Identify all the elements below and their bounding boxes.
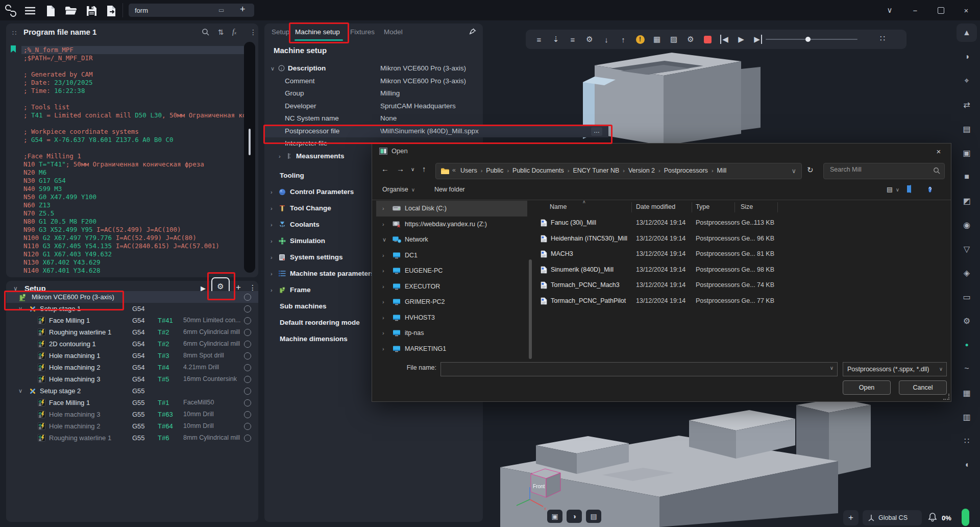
chevron-right-icon[interactable]: › [382, 310, 384, 326]
file-row[interactable]: Tormach_PCNC_Mach313/12/2024 19:14Postpr… [534, 277, 947, 293]
code-line[interactable]: N10 T="T41"; 50мм Ограниченная коническа… [21, 160, 244, 169]
status-circle[interactable] [244, 305, 251, 313]
bookmark-icon[interactable] [10, 45, 16, 53]
code-lines-icon[interactable]: ≡ [565, 30, 581, 49]
code-line[interactable]: N130 X67.402 Y43.629 [21, 258, 244, 267]
status-dot-icon[interactable]: ● [957, 336, 977, 354]
new-folder-button[interactable]: New folder [434, 186, 465, 193]
search-input[interactable] [829, 165, 928, 174]
chevron-right-icon[interactable]: › [382, 294, 384, 310]
chat-icon[interactable]: ◖ [957, 456, 977, 474]
app-logo[interactable] [4, 4, 17, 17]
setup-row[interactable]: GFace Milling 1G55T#1FaceMill50 [6, 397, 258, 409]
code-line[interactable]: ; Generated by CAM [21, 70, 244, 79]
code-line[interactable]: N120 G1 X67.403 Y49.632 [21, 250, 244, 258]
property-row-nc-system-name[interactable]: NC System nameNone [264, 112, 483, 125]
operator-icon[interactable]: ◉ [957, 215, 977, 234]
breadcrumb-item[interactable]: Postprocessors [664, 167, 708, 174]
filter-icon[interactable]: ▽ [957, 239, 977, 258]
tree-item-marketing1[interactable]: ›MARKETING1 [376, 341, 527, 357]
code-line[interactable]: ;$PATH=/_N_MPF_DIR [21, 54, 244, 62]
code-line[interactable]: ; T41 = Limited conical mill D50 L30, 50… [21, 111, 244, 119]
setup-row[interactable]: G2D contouring 1G54T#26mm Cylindrical mi… [6, 338, 258, 350]
chevron-right-icon[interactable]: › [382, 263, 384, 279]
breadcrumb-item[interactable]: Public Documents [512, 167, 564, 174]
view-mode-icon[interactable]: ▤∨ [887, 185, 899, 193]
address-bar[interactable]: « Users›Public›Public Documents›ENCY Tun… [435, 163, 802, 179]
code-line[interactable]: N30 G17 G54 [21, 177, 244, 185]
browse-file-button[interactable]: … [591, 127, 602, 136]
chevron-down-icon[interactable]: ∨ [271, 62, 275, 75]
status-circle[interactable] [244, 399, 251, 406]
view-shaded-icon[interactable]: ◑ [567, 510, 582, 523]
recent-locations-icon[interactable]: ∨ [411, 166, 414, 172]
address-dropdown-icon[interactable]: ∨ [792, 167, 796, 175]
column-type[interactable]: Type [696, 203, 709, 210]
layout-grid-icon[interactable]: ∷ [880, 34, 885, 43]
file-row[interactable]: Tormach_PCNC_PathPilot13/12/2024 19:14Po… [534, 293, 947, 309]
code-line[interactable]: N20 M6 [21, 169, 244, 177]
pin-icon[interactable] [469, 28, 477, 36]
add-tab-button[interactable]: + [240, 4, 246, 15]
warnings-icon[interactable]: ! [632, 30, 648, 49]
toolpath-text-icon[interactable]: ≡ [531, 30, 547, 49]
toolpath-list-icon[interactable]: ⇣ [548, 30, 564, 49]
breadcrumb-item[interactable]: Public [486, 167, 503, 174]
curve-icon[interactable]: ~ [957, 360, 977, 378]
stock-icon[interactable]: ■ [957, 167, 977, 186]
file-row[interactable]: Heidenhain (iTNC530)_Mill13/12/2024 19:1… [534, 231, 947, 247]
open-folder-icon[interactable] [64, 4, 78, 17]
chevron-right-icon[interactable]: › [271, 266, 273, 282]
chevron-right-icon[interactable]: › [382, 325, 384, 341]
global-cs-button[interactable]: Global CS [863, 510, 922, 525]
form-search-input[interactable] [129, 4, 254, 17]
chevron-right-icon[interactable]: › [382, 248, 384, 264]
tree-item-network[interactable]: ∨Network [376, 232, 527, 248]
property-row-developer[interactable]: DeveloperSprutCAM Headquarters [264, 100, 483, 113]
view-isolate-icon[interactable]: ▣ [547, 510, 562, 523]
setup-row[interactable]: GHole machining 2G54T#44.21mm Drill [6, 362, 258, 373]
setup-row[interactable]: GHole machining 1G54T#38mm Spot drill [6, 350, 258, 362]
move-down-icon[interactable]: ↓ [598, 30, 615, 49]
search-icon[interactable] [202, 28, 209, 36]
code-line[interactable]: N140 X67.401 Y34.628 [21, 267, 244, 275]
layers-icon[interactable]: ▤ [957, 119, 977, 138]
chevron-right-icon[interactable]: › [271, 249, 273, 266]
probe-icon[interactable]: ⌖ [957, 71, 977, 90]
chevron-right-icon[interactable]: › [271, 184, 273, 200]
file-name-input[interactable] [445, 364, 815, 373]
organise-button[interactable]: Organise∨ [382, 186, 415, 193]
status-circle[interactable] [244, 435, 251, 442]
tree-item-nas2[interactable]: ›NAS2 [376, 356, 527, 359]
chevron-right-icon[interactable]: › [382, 356, 384, 359]
search-icon[interactable] [933, 167, 940, 174]
stop-icon[interactable] [699, 30, 716, 49]
notes-icon[interactable]: ▭ [957, 288, 977, 306]
status-circle[interactable] [244, 352, 251, 360]
dialog-close-icon[interactable]: × [930, 146, 947, 157]
status-circle[interactable] [244, 341, 251, 348]
move-up-icon[interactable]: ↑ [615, 30, 631, 49]
part-icon[interactable]: ◩ [957, 191, 977, 210]
breadcrumb-item[interactable]: Mill [717, 167, 727, 174]
file-row[interactable]: MACH313/12/2024 19:14Postprocessors Ge..… [534, 246, 947, 262]
tree-item-hvhost3[interactable]: ›HVHOST3 [376, 310, 527, 326]
refresh-icon[interactable]: ↻ [807, 165, 814, 175]
code-line[interactable]: ; Workpiece coordinate systems [21, 128, 244, 136]
setup-row[interactable]: GFace Milling 1G54T#4150mm Limited con..… [6, 315, 258, 326]
collapse-top-icon[interactable]: ▲ [957, 23, 977, 42]
clamp-icon[interactable]: ◈ [957, 264, 977, 282]
minimize-icon[interactable]: − [908, 4, 923, 16]
chevron-right-icon[interactable]: › [382, 341, 384, 357]
chevron-down-icon[interactable]: ∨ [18, 385, 22, 397]
status-circle[interactable] [244, 294, 251, 301]
status-circle[interactable] [244, 411, 251, 418]
up-icon[interactable]: ↑ [422, 164, 426, 173]
file-row[interactable]: Sinumerik (840D)_Mill13/12/2024 19:14Pos… [534, 262, 947, 278]
tab-fixtures[interactable]: Fixtures [350, 28, 375, 36]
dock-chevron-icon[interactable]: ∨ [882, 4, 897, 16]
property-row-group[interactable]: GroupMilling [264, 87, 483, 100]
maximize-icon[interactable] [933, 4, 948, 16]
code-line[interactable]: N40 S99 M3 [21, 185, 244, 193]
setup-row[interactable]: ∨Setup stage 1G54 [6, 303, 258, 315]
